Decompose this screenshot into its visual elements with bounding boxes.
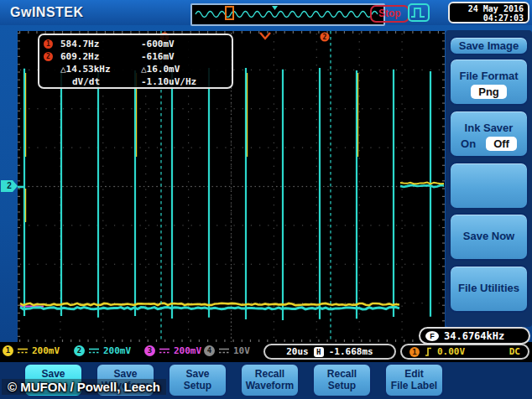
channel3-status[interactable]: 3200mV [144,345,201,356]
horizontal-status[interactable]: 20us H -1.668ms [263,344,396,360]
frequency-icon: F [425,331,439,341]
menu-ink-saver-button[interactable]: Ink Saver On Off [449,110,529,158]
rising-edge-icon [425,346,432,357]
side-menu-panel: Save Image File Format Png Ink Saver On … [446,30,532,327]
waveform-display[interactable]: 12 1 584.7Hz -600mV 2 609.2Hz -616mV △14… [18,31,445,342]
bottom-recall-setup-button[interactable]: Recall Setup [312,363,372,397]
channel1-badge: 1 [3,345,13,356]
menu-save-now-button[interactable]: Save Now [449,213,529,261]
dc-coupling-icon [159,347,170,355]
acquisition-preview-bar[interactable] [190,3,385,26]
channel3-scale: 200mV [174,345,201,356]
trigger-frequency-counter: F 34.6764kHz [419,327,530,345]
channel4-status[interactable]: 410V [204,345,250,356]
bottom-recall-waveform-button[interactable]: Recall Waveform [240,363,300,397]
timebase-value: 20us [286,346,309,357]
menu-blank-button[interactable] [449,162,529,210]
channel1-scale: 200mV [32,345,60,356]
cursor-measurement-panel: 1 584.7Hz -600mV 2 609.2Hz -616mV △14.53… [38,34,233,89]
channel1-status[interactable]: 1200mV [3,345,60,356]
bottom-edit-file-label-button[interactable]: Edit File Label [384,363,444,397]
channel2-badge: 2 [74,345,85,356]
menu-file-format-button[interactable]: File Format Png [449,58,529,106]
cursor1-badge: 1 [44,39,53,49]
menu-title-save-image[interactable]: Save Image [449,36,529,55]
status-bar: 1200mV2200mV3200mV410V 20us H -1.668ms 1… [0,342,532,363]
delta-volt: △16.0mV [141,64,228,75]
channel2-scale: 200mV [103,345,131,356]
watermark-credit: © MUFON / Powell, Leech [2,379,166,395]
cursor2-freq: 609.2Hz [60,51,141,62]
dvdt-label: dV/dt [60,76,141,87]
dc-coupling-icon [88,347,100,355]
cursor1-freq: 584.7Hz [60,39,141,49]
trigger-source-badge: 1 [409,347,420,357]
dc-coupling-icon [17,347,29,355]
top-bar: GwINSTEK Stop 24 May 2016 04:27:03 [0,0,532,25]
ink-saver-on-option[interactable]: On [461,137,476,150]
channel4-badge: 4 [204,345,215,356]
run-stop-indicator: Stop [370,5,409,23]
channel3-badge: 3 [144,345,155,356]
trigger-level-value: 0.00V [437,346,465,357]
trigger-coupling: DC [509,346,520,357]
ink-saver-off-option[interactable]: Off [486,137,517,151]
menu-file-utilities-button[interactable]: File Utilities [449,265,529,313]
brand-logo: GwINSTEK [10,5,84,20]
channel2-position-marker[interactable]: 2 [1,180,18,192]
bottom-save-setup-button[interactable]: Save Setup [168,363,227,397]
channel4-scale: 10V [233,345,250,356]
file-format-value: Png [471,85,507,99]
preview-waveform-icon [192,5,380,21]
pulse-trigger-icon [408,3,430,22]
cursor2-volt: -616mV [141,51,228,62]
svg-text:2: 2 [323,34,327,41]
frequency-value: 34.6764kHz [444,330,504,342]
horizontal-offset-value: -1.668ms [329,346,373,357]
cursor1-volt: -600mV [141,39,228,49]
channel2-status[interactable]: 2200mV [74,345,131,356]
dvdt-value: -1.10uV/Hz [141,76,228,87]
dc-coupling-icon [218,347,230,355]
cursor2-badge: 2 [44,52,53,61]
horizontal-position-icon: H [314,347,324,357]
time-text: 04:27:03 [450,13,524,23]
delta-freq: △14.53kHz [60,64,141,75]
datetime-display: 24 May 2016 04:27:03 [448,2,529,23]
trigger-status[interactable]: 1 0.00V DC [400,344,529,360]
date-text: 24 May 2016 [450,4,524,13]
